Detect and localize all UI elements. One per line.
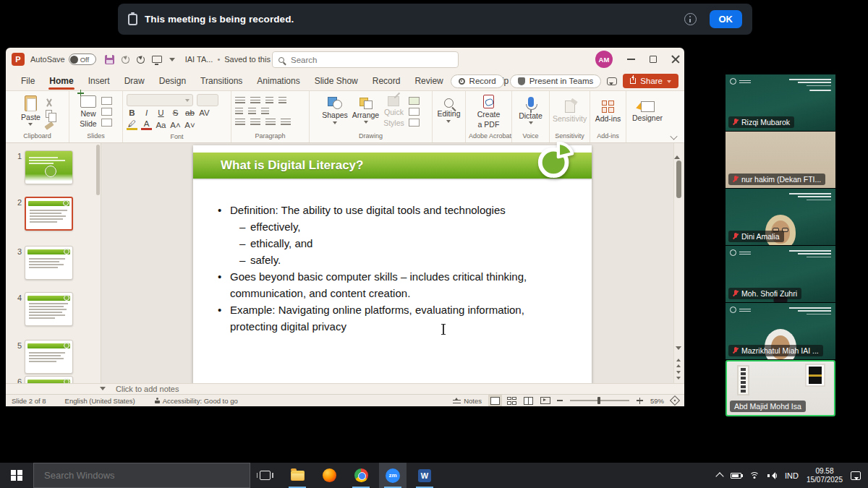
shapes-button[interactable]: Shapes: [322, 97, 348, 126]
justify-icon[interactable]: [281, 119, 291, 127]
thumbnail-preview[interactable]: [25, 246, 73, 280]
font-name-select[interactable]: [127, 94, 193, 106]
tab-insert[interactable]: Insert: [82, 72, 116, 90]
next-slide-button[interactable]: [676, 371, 681, 382]
thumbnail-slide-5[interactable]: 5: [6, 340, 101, 374]
close-icon[interactable]: [671, 55, 680, 64]
thumbnail-slide-1[interactable]: 1: [6, 150, 101, 184]
battery-icon[interactable]: [731, 473, 741, 479]
line-spacing-icon[interactable]: [278, 97, 286, 105]
designer-button[interactable]: Designer: [632, 101, 663, 122]
tray-expand-icon[interactable]: [715, 472, 723, 480]
tab-record[interactable]: Record: [366, 72, 407, 90]
subscript-button[interactable]: ab: [184, 108, 195, 117]
change-case-button[interactable]: Aa: [156, 121, 166, 129]
zoom-app[interactable]: zm: [379, 463, 407, 488]
columns-icon[interactable]: [261, 108, 269, 116]
increase-indent-icon[interactable]: [248, 108, 256, 116]
thumbnail-slide-3[interactable]: 3: [6, 246, 101, 280]
participant-tile-nur-hakim[interactable]: nur hakim (Dekan FTI...: [726, 132, 835, 188]
slideshow-view-button[interactable]: [540, 397, 550, 405]
taskbar-search-input[interactable]: [43, 469, 241, 481]
thumbnail-slide-4[interactable]: 4: [6, 292, 101, 326]
volume-icon[interactable]: [767, 472, 777, 479]
record-button[interactable]: Record: [451, 74, 504, 88]
participant-tile-mazrikhatul[interactable]: Mazrikhatul Miah IAI ...: [726, 303, 835, 359]
decrease-indent-icon[interactable]: [235, 108, 243, 116]
firefox-app[interactable]: [315, 463, 343, 488]
info-icon[interactable]: [684, 13, 697, 25]
align-right-icon[interactable]: [265, 119, 276, 127]
share-button[interactable]: Share: [623, 74, 678, 88]
create-pdf-button[interactable]: Create a PDF: [477, 95, 501, 129]
editing-button[interactable]: Editing: [437, 98, 460, 124]
normal-view-button[interactable]: [490, 397, 500, 405]
undo-icon[interactable]: [122, 56, 129, 64]
reading-view-button[interactable]: [524, 397, 533, 405]
language-indicator[interactable]: IND: [785, 471, 799, 480]
chrome-app[interactable]: [347, 463, 375, 488]
zoom-slider[interactable]: [570, 400, 629, 401]
participant-tile-dini[interactable]: Dini Amalia: [726, 189, 835, 245]
tab-home[interactable]: Home: [43, 72, 80, 90]
autosave-toggle[interactable]: Off: [69, 53, 96, 65]
taskbar-search-box[interactable]: [33, 463, 250, 488]
present-in-teams-button[interactable]: Present in Teams: [510, 74, 602, 88]
dictate-button[interactable]: Dictate: [519, 97, 542, 127]
minimize-icon[interactable]: [627, 59, 635, 60]
numbering-icon[interactable]: [250, 97, 260, 105]
highlight-color-button[interactable]: 🖊︎: [127, 119, 137, 130]
slide-body-text[interactable]: • Definition: The ability to use digital…: [218, 202, 558, 335]
restore-icon[interactable]: [650, 56, 657, 63]
scroll-up-icon[interactable]: [674, 140, 680, 159]
thumbnail-preview[interactable]: [25, 292, 73, 326]
scroll-down-icon[interactable]: [676, 346, 681, 353]
italic-button[interactable]: I: [141, 108, 152, 117]
font-size-select[interactable]: [197, 94, 218, 106]
shape-outline-icon[interactable]: [409, 108, 420, 116]
slide-sorter-view-button[interactable]: [507, 397, 516, 405]
collapse-ribbon-icon[interactable]: [670, 132, 677, 140]
reset-slide-icon[interactable]: [101, 108, 112, 116]
word-app[interactable]: W: [411, 463, 438, 488]
notes-pane[interactable]: Click to add notes: [6, 383, 684, 394]
slide-layout-icon[interactable]: [101, 97, 112, 105]
strikethrough-button[interactable]: S: [170, 108, 181, 117]
quick-styles-button[interactable]: Quick Styles: [383, 96, 404, 127]
slide-canvas[interactable]: What is Digital Literacy? • Definition: …: [193, 145, 592, 384]
arrange-button[interactable]: Arrange: [352, 98, 379, 126]
language-indicator[interactable]: English (United States): [65, 397, 135, 405]
section-icon[interactable]: [101, 119, 112, 127]
tab-slide-show[interactable]: Slide Show: [308, 72, 365, 90]
addins-button[interactable]: Add-ins: [595, 100, 621, 123]
notes-toggle-button[interactable]: Notes: [453, 397, 482, 405]
indent-icon[interactable]: [265, 97, 273, 105]
tab-animations[interactable]: Animations: [250, 72, 306, 90]
thumbnail-scrollbar[interactable]: [96, 145, 100, 195]
vertical-scrollbar[interactable]: [673, 143, 683, 383]
tab-transitions[interactable]: Transitions: [194, 72, 249, 90]
clock[interactable]: 09.58 15/07/2025: [807, 467, 843, 484]
shrink-font-button[interactable]: A˅: [184, 121, 195, 129]
tab-draw[interactable]: Draw: [118, 72, 151, 90]
thumbnail-slide-2[interactable]: 2: [6, 197, 101, 231]
shape-effects-icon[interactable]: [409, 119, 420, 127]
ok-button[interactable]: OK: [710, 10, 743, 28]
start-slideshow-icon[interactable]: [152, 56, 162, 63]
redo-icon[interactable]: [137, 56, 145, 64]
sensitivity-button[interactable]: Sensitivity: [553, 100, 587, 123]
tab-design[interactable]: Design: [153, 72, 192, 90]
copy-icon[interactable]: [46, 110, 52, 118]
participant-tile-shofi[interactable]: Moh. Shofi Zuhri: [726, 246, 835, 302]
zoom-level[interactable]: 59%: [650, 397, 664, 405]
notes-splitter-icon[interactable]: [100, 387, 106, 393]
zoom-slider-handle[interactable]: [597, 397, 600, 404]
wifi-icon[interactable]: [749, 472, 760, 479]
thumbnail-slide-6[interactable]: 6: [6, 376, 101, 383]
action-center-icon[interactable]: [851, 471, 861, 480]
thumbnail-preview-selected[interactable]: [25, 197, 73, 231]
save-icon[interactable]: [105, 55, 114, 64]
underline-button[interactable]: U: [156, 108, 166, 117]
scrollbar-thumb[interactable]: [676, 160, 681, 198]
tab-file[interactable]: File: [14, 72, 41, 90]
